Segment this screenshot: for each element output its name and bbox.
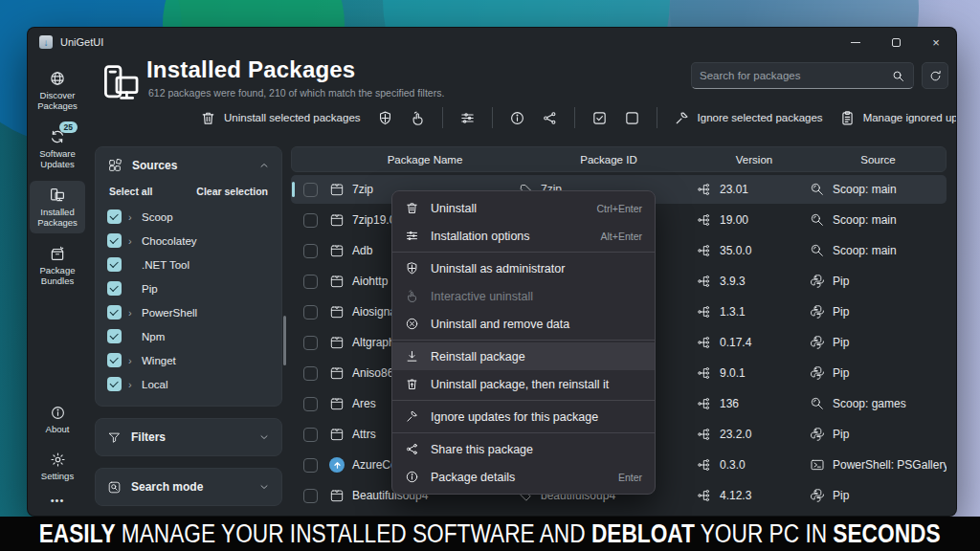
checkbox-checked[interactable] — [107, 257, 122, 272]
source-item-powershell[interactable]: ›PowerShell — [103, 300, 274, 324]
source-item-local[interactable]: ›Local — [103, 372, 274, 396]
row-checkbox[interactable] — [303, 397, 318, 411]
source-item-chocolatey[interactable]: ›Chocolatey — [103, 229, 274, 253]
row-checkbox[interactable] — [303, 458, 318, 473]
scrollbar-thumb[interactable] — [283, 316, 286, 365]
page-title: Installed Packages — [146, 56, 355, 83]
source-item-winget[interactable]: ›Winget — [103, 348, 274, 372]
row-checkbox[interactable] — [303, 428, 318, 442]
col-package-name[interactable]: Package Name — [330, 154, 520, 165]
row-checkbox[interactable] — [303, 305, 318, 320]
source-item-scoop[interactable]: ›Scoop — [103, 205, 274, 229]
sidebar-item-installed[interactable]: Installed Packages — [30, 181, 85, 233]
ignore-selected-button[interactable]: Ignore selected packages — [674, 110, 823, 126]
row-checkbox[interactable] — [303, 489, 318, 503]
chevron-down-icon[interactable] — [258, 481, 270, 493]
row-checkbox[interactable] — [303, 336, 318, 350]
search-icon[interactable] — [891, 69, 905, 83]
interactive-touch-icon[interactable] — [410, 110, 426, 126]
expander-icon[interactable]: › — [128, 379, 135, 390]
expander-icon[interactable]: › — [128, 307, 135, 319]
row-checkbox[interactable] — [303, 213, 318, 228]
python-icon — [810, 365, 825, 381]
sidebar-more-button[interactable]: ••• — [51, 495, 65, 506]
trash-icon — [200, 110, 216, 126]
version-icon — [697, 365, 712, 381]
menu-item-uninstall-admin[interactable]: Uninstall as administrator — [392, 254, 655, 282]
close-button[interactable]: × — [916, 28, 956, 56]
checkbox-checked[interactable] — [107, 377, 122, 391]
menu-item-ignore-updates[interactable]: Ignore updates for this package — [392, 403, 655, 430]
toolbar: Uninstall selected packages Ignore selec… — [200, 100, 957, 135]
checkbox-checked[interactable] — [107, 233, 122, 248]
menu-item-interactive-uninstall[interactable]: Interactive uninstall — [392, 282, 655, 310]
share-icon[interactable] — [542, 110, 558, 126]
menu-item-package-details[interactable]: Package detailsEnter — [392, 463, 655, 491]
checkbox-checked[interactable] — [107, 305, 122, 320]
menu-item-installation-options[interactable]: Installation optionsAlt+Enter — [392, 222, 655, 250]
source-item-npm[interactable]: Npm — [103, 324, 274, 348]
source-item-dotnet[interactable]: .NET Tool — [103, 253, 274, 276]
expander-icon[interactable]: › — [128, 211, 135, 223]
checkbox-checked[interactable] — [107, 281, 122, 296]
col-package-id[interactable]: Package ID — [520, 154, 698, 165]
sources-panel-header[interactable]: Sources — [96, 147, 281, 184]
sidebar-item-updates[interactable]: 25 Software Updates — [30, 122, 85, 175]
chevron-down-icon[interactable] — [258, 431, 270, 443]
python-icon — [810, 427, 825, 442]
menu-separator — [392, 340, 655, 341]
checkbox-checked[interactable] — [107, 329, 122, 343]
interactive-touch-icon — [405, 289, 419, 303]
chevron-up-icon[interactable] — [258, 160, 270, 171]
menu-item-uninstall-remove-data[interactable]: Uninstall and remove data — [392, 310, 655, 338]
row-checkbox[interactable] — [303, 244, 318, 258]
menu-item-uninstall-then-reinstall[interactable]: Uninstall package, then reinstall it — [392, 370, 655, 398]
uninstall-selected-button[interactable]: Uninstall selected packages — [200, 110, 361, 126]
refresh-button[interactable] — [922, 62, 948, 89]
expander-icon[interactable]: › — [128, 355, 135, 366]
checkbox-checked[interactable] — [107, 353, 122, 367]
toolbar-separator — [442, 107, 443, 128]
titlebar[interactable]: ↓ UniGetUI × — [28, 28, 956, 56]
details-info-icon[interactable] — [509, 110, 525, 126]
search-mode-panel-header[interactable]: Search mode — [96, 469, 281, 505]
filters-panel-header[interactable]: Filters — [96, 419, 281, 455]
menu-separator — [392, 432, 655, 433]
row-checkbox[interactable] — [303, 275, 318, 289]
sources-panel: Sources Select all Clear selection ›Scoo… — [95, 146, 282, 407]
download-icon — [405, 349, 419, 364]
minimize-button[interactable] — [835, 28, 876, 56]
col-version[interactable]: Version — [698, 154, 811, 165]
sidebar-item-bundles[interactable]: Package Bundles — [30, 239, 85, 292]
menu-item-share[interactable]: Share this package — [392, 435, 655, 463]
search-input[interactable] — [700, 70, 891, 81]
admin-shield-icon[interactable] — [377, 110, 393, 126]
menu-separator — [392, 252, 655, 253]
select-all-link[interactable]: Select all — [109, 186, 153, 197]
col-source[interactable]: Source — [811, 154, 946, 165]
options-sliders-icon[interactable] — [459, 110, 476, 126]
expander-icon[interactable]: › — [128, 235, 135, 247]
source-item-pip[interactable]: Pip — [103, 276, 274, 300]
sidebar-item-about[interactable]: About — [30, 399, 85, 440]
menu-item-reinstall[interactable]: Reinstall package — [392, 342, 655, 370]
select-all-icon[interactable] — [591, 110, 608, 126]
search-box[interactable] — [691, 62, 914, 89]
clear-selection-icon[interactable] — [624, 110, 640, 126]
row-checkbox[interactable] — [303, 183, 318, 197]
refresh-icon — [928, 69, 943, 83]
sidebar-item-discover[interactable]: Discover Packages — [30, 64, 85, 117]
checkbox-checked[interactable] — [107, 209, 122, 224]
scoop-icon — [810, 396, 825, 411]
maximize-button[interactable] — [876, 28, 916, 56]
menu-item-uninstall[interactable]: UninstallCtrl+Enter — [392, 194, 655, 222]
table-header[interactable]: Package Name Package ID Version Source — [291, 146, 947, 172]
row-checkbox[interactable] — [303, 366, 318, 381]
clear-selection-link[interactable]: Clear selection — [196, 186, 268, 197]
toolbar-separator — [574, 107, 575, 128]
manage-ignored-button[interactable]: Manage ignored updates — [839, 110, 957, 126]
filters-panel: Filters — [95, 418, 282, 456]
scoop-icon — [810, 182, 825, 197]
python-icon — [810, 274, 825, 289]
sidebar-item-settings[interactable]: Settings — [30, 446, 85, 487]
